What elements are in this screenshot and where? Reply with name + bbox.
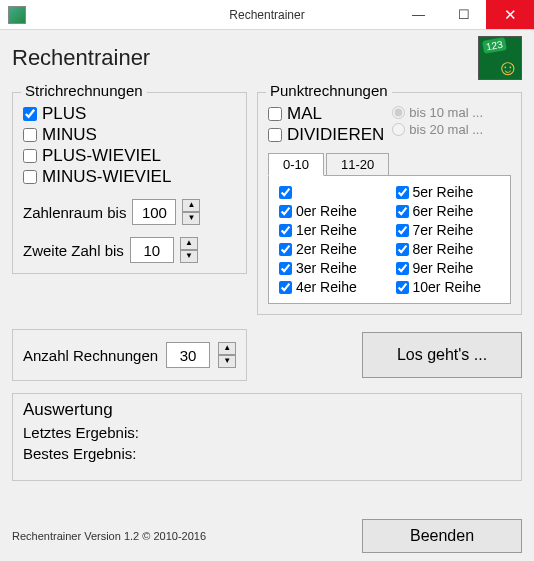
checkbox-div-input[interactable] [268, 128, 282, 142]
radio-bis20[interactable]: bis 20 mal ... [392, 122, 511, 137]
checkbox-plus[interactable]: PLUS [23, 104, 236, 124]
minimize-button[interactable]: — [396, 0, 441, 29]
checkbox-minus-wieviel-input[interactable] [23, 170, 37, 184]
eval-group: Auswertung Letztes Ergebnis: Bestes Erge… [12, 393, 522, 481]
punkt-group: Punktrechnungen MAL DIVIDIEREN [257, 92, 522, 315]
anzahl-up[interactable]: ▲ [218, 342, 236, 355]
zweite-label: Zweite Zahl bis [23, 242, 124, 259]
radio-bis20-input[interactable] [392, 123, 405, 136]
close-button[interactable]: ✕ [486, 0, 534, 29]
anzahl-group: Anzahl Rechnungen ▲ ▼ [12, 329, 247, 381]
anzahl-down[interactable]: ▼ [218, 355, 236, 368]
radio-bis10-input[interactable] [392, 106, 405, 119]
page-title: Rechentrainer [12, 45, 150, 71]
reihe-checkbox[interactable]: 5er Reihe [396, 184, 501, 200]
checkbox-plus-input[interactable] [23, 107, 37, 121]
zahlenraum-up[interactable]: ▲ [182, 199, 200, 212]
reihe-label: 9er Reihe [413, 260, 474, 276]
zweite-input[interactable] [130, 237, 174, 263]
reihe-label: 8er Reihe [413, 241, 474, 257]
maximize-button[interactable]: ☐ [441, 0, 486, 29]
radio-bis10[interactable]: bis 10 mal ... [392, 105, 511, 120]
checkbox-minus[interactable]: MINUS [23, 125, 236, 145]
go-button[interactable]: Los geht's ... [362, 332, 522, 378]
zweite-down[interactable]: ▼ [180, 250, 198, 263]
reihe-checkbox[interactable] [279, 184, 384, 200]
reihe-checkbox[interactable]: 8er Reihe [396, 241, 501, 257]
reihe-checkbox-input[interactable] [279, 281, 292, 294]
reihen-tabs: 0-10 11-20 5er Reihe0er Reihe6er Reihe1e… [268, 152, 511, 304]
zahlenraum-spinner: ▲ ▼ [182, 199, 200, 225]
checkbox-div-label: DIVIDIEREN [287, 125, 384, 145]
anzahl-label: Anzahl Rechnungen [23, 347, 158, 364]
end-button[interactable]: Beenden [362, 519, 522, 553]
checkbox-plus-wieviel-input[interactable] [23, 149, 37, 163]
reihe-label: 2er Reihe [296, 241, 357, 257]
reihe-checkbox[interactable]: 1er Reihe [279, 222, 384, 238]
reihe-label: 5er Reihe [413, 184, 474, 200]
radio-bis20-label: bis 20 mal ... [409, 122, 483, 137]
strich-title: Strichrechnungen [21, 82, 147, 99]
logo-icon [478, 36, 522, 80]
tab-0-10[interactable]: 0-10 [268, 153, 324, 176]
window-buttons: — ☐ ✕ [396, 0, 534, 29]
last-result-label: Letztes Ergebnis: [23, 424, 511, 441]
reihe-checkbox-input[interactable] [396, 243, 409, 256]
reihe-checkbox-input[interactable] [396, 205, 409, 218]
reihe-checkbox-input[interactable] [396, 186, 409, 199]
reihe-checkbox[interactable]: 10er Reihe [396, 279, 501, 295]
anzahl-input[interactable] [166, 342, 210, 368]
reihe-checkbox-input[interactable] [396, 262, 409, 275]
checkbox-div[interactable]: DIVIDIEREN [268, 125, 384, 145]
tab-11-20[interactable]: 11-20 [326, 153, 389, 176]
checkbox-plus-wieviel-label: PLUS-WIEVIEL [42, 146, 161, 166]
checkbox-mal-label: MAL [287, 104, 322, 124]
reihe-checkbox[interactable]: 3er Reihe [279, 260, 384, 276]
zahlenraum-down[interactable]: ▼ [182, 212, 200, 225]
reihe-checkbox-input[interactable] [279, 186, 292, 199]
reihe-checkbox-input[interactable] [279, 205, 292, 218]
strich-group: Strichrechnungen PLUS MINUS PLUS-WIEVIEL… [12, 92, 247, 274]
reihe-checkbox-input[interactable] [396, 281, 409, 294]
reihe-checkbox[interactable]: 0er Reihe [279, 203, 384, 219]
checkbox-plus-wieviel[interactable]: PLUS-WIEVIEL [23, 146, 236, 166]
reihen-body: 5er Reihe0er Reihe6er Reihe1er Reihe7er … [268, 175, 511, 304]
reihe-label: 10er Reihe [413, 279, 482, 295]
punkt-title: Punktrechnungen [266, 82, 392, 99]
version-text: Rechentrainer Version 1.2 © 2010-2016 [12, 530, 206, 542]
checkbox-minus-wieviel-label: MINUS-WIEVIEL [42, 167, 171, 187]
eval-title: Auswertung [23, 400, 511, 420]
app-icon [8, 6, 26, 24]
zahlenraum-label: Zahlenraum bis [23, 204, 126, 221]
radio-bis10-label: bis 10 mal ... [409, 105, 483, 120]
zahlenraum-input[interactable] [132, 199, 176, 225]
reihe-checkbox-input[interactable] [279, 243, 292, 256]
content: Rechentrainer Strichrechnungen PLUS MINU… [0, 30, 534, 561]
reihe-label: 7er Reihe [413, 222, 474, 238]
reihe-checkbox[interactable]: 6er Reihe [396, 203, 501, 219]
reihe-checkbox-input[interactable] [279, 224, 292, 237]
titlebar[interactable]: Rechentrainer — ☐ ✕ [0, 0, 534, 30]
reihe-checkbox[interactable]: 7er Reihe [396, 222, 501, 238]
reihe-label: 0er Reihe [296, 203, 357, 219]
anzahl-spinner: ▲ ▼ [218, 342, 236, 368]
zweite-up[interactable]: ▲ [180, 237, 198, 250]
checkbox-plus-label: PLUS [42, 104, 86, 124]
best-result-label: Bestes Ergebnis: [23, 445, 511, 462]
reihe-label: 3er Reihe [296, 260, 357, 276]
reihe-checkbox[interactable]: 2er Reihe [279, 241, 384, 257]
reihe-label: 4er Reihe [296, 279, 357, 295]
reihe-label: 6er Reihe [413, 203, 474, 219]
checkbox-minus-input[interactable] [23, 128, 37, 142]
checkbox-mal[interactable]: MAL [268, 104, 384, 124]
checkbox-minus-label: MINUS [42, 125, 97, 145]
reihe-checkbox[interactable]: 4er Reihe [279, 279, 384, 295]
checkbox-mal-input[interactable] [268, 107, 282, 121]
reihe-label: 1er Reihe [296, 222, 357, 238]
reihe-checkbox-input[interactable] [279, 262, 292, 275]
zweite-spinner: ▲ ▼ [180, 237, 198, 263]
reihe-checkbox-input[interactable] [396, 224, 409, 237]
checkbox-minus-wieviel[interactable]: MINUS-WIEVIEL [23, 167, 236, 187]
reihe-checkbox[interactable]: 9er Reihe [396, 260, 501, 276]
